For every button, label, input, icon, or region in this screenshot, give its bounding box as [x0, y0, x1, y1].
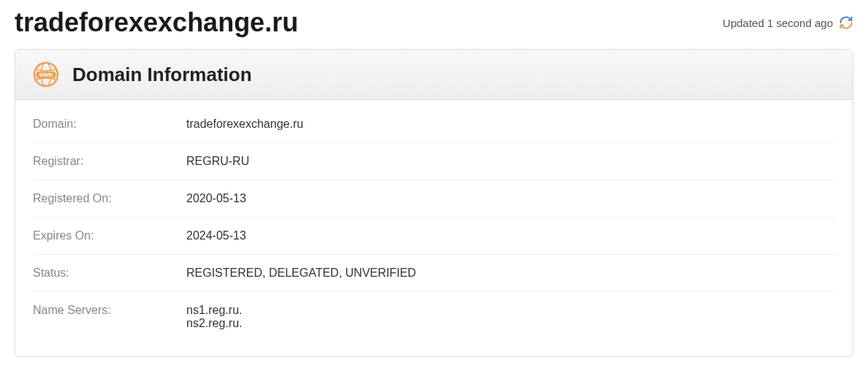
- info-row: Expires On: 2024-05-13: [33, 218, 835, 255]
- info-row: Name Servers: ns1.reg.ru. ns2.reg.ru.: [33, 292, 835, 342]
- info-label: Status:: [33, 267, 186, 280]
- info-value: 2024-05-13: [186, 229, 835, 242]
- info-label: Domain:: [33, 118, 186, 131]
- svg-text:WWW: WWW: [39, 72, 53, 77]
- info-value: ns1.reg.ru. ns2.reg.ru.: [186, 304, 835, 330]
- page-title: tradeforexexchange.ru: [15, 7, 298, 38]
- info-value: REGISTERED, DELEGATED, UNVERIFIED: [186, 267, 835, 280]
- info-label: Name Servers:: [33, 304, 186, 330]
- refresh-icon[interactable]: [839, 15, 853, 30]
- info-label: Expires On:: [33, 229, 186, 242]
- updated-block: Updated 1 second ago: [723, 15, 853, 30]
- info-table: Domain: tradeforexexchange.ru Registrar:…: [15, 100, 853, 356]
- info-value: REGRU-RU: [186, 155, 835, 168]
- info-value: tradeforexexchange.ru: [186, 118, 835, 131]
- card-title: Domain Information: [72, 64, 252, 86]
- www-icon: WWW: [33, 61, 59, 88]
- info-row: Registered On: 2020-05-13: [33, 180, 835, 218]
- updated-text: Updated 1 second ago: [723, 17, 833, 29]
- domain-info-card: WWW Domain Information Domain: tradefore…: [15, 49, 853, 357]
- info-value: 2020-05-13: [186, 192, 835, 205]
- header-row: tradeforexexchange.ru Updated 1 second a…: [15, 7, 853, 38]
- info-label: Registered On:: [33, 192, 186, 205]
- info-row: Status: REGISTERED, DELEGATED, UNVERIFIE…: [33, 255, 835, 292]
- card-header: WWW Domain Information: [15, 50, 853, 100]
- info-row: Registrar: REGRU-RU: [33, 143, 835, 180]
- info-label: Registrar:: [33, 155, 186, 168]
- info-row: Domain: tradeforexexchange.ru: [33, 106, 835, 143]
